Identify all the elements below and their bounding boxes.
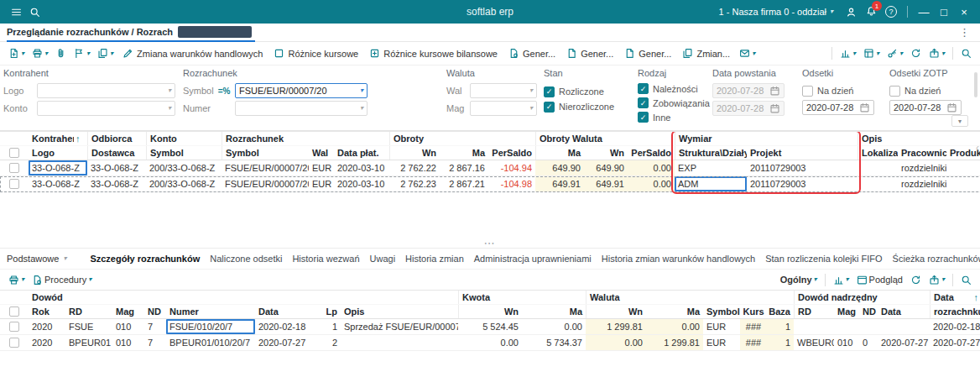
column-header[interactable]: Projekt	[747, 146, 858, 160]
column-header[interactable]: Lp	[315, 305, 341, 318]
refresh-button[interactable]	[907, 272, 925, 288]
column-header[interactable]: Lokalizacja	[858, 146, 898, 160]
scroll-left-icon[interactable]: ‹	[976, 306, 979, 317]
table-cell[interactable]: 649.91	[535, 176, 584, 191]
column-group[interactable]: Obroty	[389, 132, 535, 145]
table-cell[interactable]: 2 762.22	[389, 160, 440, 176]
column-header[interactable]: PerSaldo	[488, 146, 535, 160]
column-header[interactable]: Wn	[458, 305, 522, 318]
column-header[interactable]: Opis	[341, 305, 458, 318]
column-header[interactable]: Symbol	[703, 305, 740, 318]
close-icon[interactable]: ×	[955, 3, 973, 21]
column-header[interactable]: Data	[878, 305, 930, 318]
print-button[interactable]: ▾	[5, 272, 28, 288]
table-cell[interactable]: 1 299.81	[586, 319, 646, 334]
documents-button[interactable]: ▾	[94, 45, 117, 61]
table-cell[interactable]: 2 867.21	[440, 176, 488, 191]
table-cell[interactable]: 33-O-068-Z	[29, 176, 87, 191]
scrollbar[interactable]	[974, 72, 977, 97]
numer-combobox[interactable]: ▾	[235, 101, 368, 116]
row-checkbox[interactable]	[9, 338, 19, 348]
table-row[interactable]: 33-O-068-Z33-O-068-Z200/33-O-068-ZFSUE/E…	[0, 160, 980, 176]
nierozliczone-checkbox[interactable]	[544, 102, 555, 113]
column-header[interactable]: Struktura\Działy	[675, 146, 747, 160]
row-checkbox[interactable]	[9, 179, 19, 189]
column-header[interactable]: Rok	[29, 305, 65, 318]
column-group[interactable]: Odbiorca	[87, 132, 146, 145]
tab-administracja-uprawnieniami[interactable]: Administracja uprawnieniami	[474, 254, 592, 264]
column-header[interactable]: RD	[65, 305, 112, 318]
flag-button[interactable]: ▾	[70, 45, 93, 61]
table-cell[interactable]: 2	[315, 335, 341, 350]
table-cell[interactable]	[858, 160, 898, 176]
layout-button[interactable]: ▾	[860, 45, 883, 61]
table-cell[interactable]: 2020-02-18	[930, 319, 980, 334]
select-all-checkbox[interactable]	[9, 148, 19, 158]
column-group[interactable]: Kwota	[458, 291, 586, 304]
column-header[interactable]: Wn	[389, 146, 440, 160]
tab-stan-rozliczenia-kolejki-fifo[interactable]: Stan rozliczenia kolejki FIFO	[765, 254, 882, 264]
table-cell[interactable]: 33-O-068-Z	[29, 160, 87, 176]
rozliczone-checkbox[interactable]	[544, 86, 555, 97]
column-header[interactable]: Symbol	[146, 146, 222, 160]
table-cell[interactable]: 7	[144, 335, 166, 350]
column-header[interactable]: Produkty	[946, 146, 980, 160]
minimize-icon[interactable]: —	[915, 3, 933, 21]
select-all-checkbox[interactable]	[9, 307, 19, 317]
column-header[interactable]: Wn	[586, 305, 646, 318]
search-button[interactable]	[957, 272, 975, 288]
tab-uwagi[interactable]: Uwagi	[370, 254, 396, 264]
column-header[interactable]: Ma	[440, 146, 488, 160]
table-cell[interactable]: 2 762.23	[389, 176, 440, 191]
table-cell[interactable]: FSUE/EUR/00007/20	[222, 176, 309, 191]
table-cell[interactable]: 0.00	[586, 335, 646, 350]
table-cell[interactable]: EXP	[675, 160, 747, 176]
table-cell[interactable]	[859, 319, 878, 334]
column-header[interactable]: Mag	[112, 305, 144, 318]
table-cell[interactable]: FSUE/EUR/00007/20	[222, 160, 309, 176]
table-cell[interactable]: 2020-07-27	[930, 335, 980, 350]
column-header[interactable]: Data	[255, 305, 315, 318]
column-header[interactable]: rozrachnku	[930, 305, 980, 318]
tab-szczegóły-rozrachunków[interactable]: Szczegóły rozrachunków	[90, 254, 200, 264]
column-header[interactable]: Symbol	[222, 146, 309, 160]
notifications-button[interactable]: 1	[862, 3, 880, 21]
row-checkbox[interactable]	[9, 163, 19, 173]
column-header[interactable]: Dostawca	[87, 146, 146, 160]
user-button[interactable]	[842, 3, 860, 21]
table-cell[interactable]: -104.94	[488, 160, 535, 176]
table-cell[interactable]: ADM	[675, 176, 747, 191]
table-cell[interactable]	[946, 160, 980, 176]
table-cell[interactable]	[946, 176, 980, 191]
operator-chip[interactable]: =%	[216, 86, 232, 96]
column-header[interactable]: ND	[144, 305, 166, 318]
table-cell[interactable]: BPEUR01/010/20/7	[166, 335, 255, 350]
wal-combobox[interactable]: ▾	[470, 83, 537, 98]
column-group[interactable]: Dowód nadrzędny	[794, 291, 930, 304]
table-cell[interactable]: 200/33-O-068-Z	[146, 176, 222, 191]
new-document-button[interactable]: ▾	[5, 45, 28, 61]
help-icon[interactable]: ?	[885, 6, 897, 18]
table-cell[interactable]: 33-O-068-Z	[87, 176, 146, 191]
column-header[interactable]: Kurs	[740, 305, 767, 318]
odsetki-zotp-date-input[interactable]: 2020-07-28	[889, 100, 962, 115]
table-cell[interactable]: 2020-07-27	[255, 335, 315, 350]
print-button[interactable]: ▾	[29, 45, 51, 61]
tab-historia-zmian-warunków-handlowych[interactable]: Historia zmian warunków handlowych	[602, 254, 755, 264]
table-cell[interactable]: 0.00	[458, 335, 522, 350]
splitter-handle[interactable]: ⋯	[484, 239, 497, 248]
table-cell[interactable]: WBEUR0	[794, 335, 834, 350]
tab-ścieżka-rozrachunków[interactable]: Ścieżka rozrachunków	[893, 254, 980, 264]
table-cell[interactable]: 7	[144, 319, 166, 334]
table-cell[interactable]: 1	[767, 319, 794, 334]
column-header[interactable]: Ma	[646, 305, 703, 318]
table-cell[interactable]: 0.00	[646, 319, 703, 334]
view-selector[interactable]: Ogólny▾	[777, 272, 821, 287]
exchange-differences-balance-button[interactable]: Różnice kursowe bilansowe	[364, 45, 503, 61]
logo-combobox[interactable]: ▾	[37, 83, 175, 98]
table-cell[interactable]	[878, 319, 930, 334]
table-cell[interactable]: EUR	[309, 160, 334, 176]
permissions-button[interactable]: ▾	[884, 45, 906, 61]
export-button[interactable]: ▾	[925, 45, 948, 61]
column-group[interactable]: Waluta	[586, 291, 794, 304]
